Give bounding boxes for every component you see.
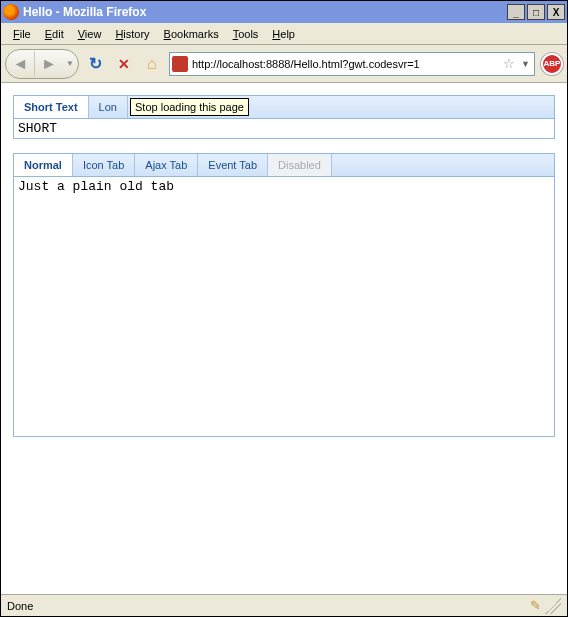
window-title: Hello - Mozilla Firefox <box>23 5 507 19</box>
tabset-2: Normal Icon Tab Ajax Tab Event Tab Disab… <box>13 153 555 177</box>
tab-event[interactable]: Event Tab <box>198 154 268 176</box>
statusbar: Done ✎ <box>1 594 567 616</box>
close-button[interactable]: X <box>547 4 565 20</box>
page-content: Short Text Lon SHORT Normal Icon Tab Aja… <box>1 83 567 593</box>
toolbar: ◄ ► ▼ ↻ ✕ ⌂ http://localhost:8888/Hello.… <box>1 45 567 83</box>
menu-edit[interactable]: Edit <box>39 26 70 42</box>
menu-file[interactable]: File <box>7 26 37 42</box>
tab-icon[interactable]: Icon Tab <box>73 154 135 176</box>
minimize-button[interactable]: _ <box>507 4 525 20</box>
back-button[interactable]: ◄ <box>7 51 35 77</box>
menubar: File Edit View History Bookmarks Tools H… <box>1 23 567 45</box>
stop-button[interactable]: ✕ <box>113 53 135 75</box>
home-button[interactable]: ⌂ <box>141 53 163 75</box>
menu-history[interactable]: History <box>109 26 155 42</box>
reload-button[interactable]: ↻ <box>85 53 107 75</box>
menu-tools[interactable]: Tools <box>227 26 265 42</box>
bookmark-star-icon[interactable]: ☆ <box>503 56 515 71</box>
tab-ajax[interactable]: Ajax Tab <box>135 154 198 176</box>
tab-normal[interactable]: Normal <box>14 154 73 176</box>
tab-short-text[interactable]: Short Text <box>14 96 89 118</box>
url-dropdown-icon[interactable]: ▼ <box>519 59 532 69</box>
status-text: Done <box>7 600 33 612</box>
maximize-button[interactable]: □ <box>527 4 545 20</box>
firefox-icon <box>3 4 19 20</box>
url-text[interactable]: http://localhost:8888/Hello.html?gwt.cod… <box>192 58 499 70</box>
forward-button[interactable]: ► <box>35 51 63 77</box>
menu-view[interactable]: View <box>72 26 108 42</box>
stop-tooltip: Stop loading this page <box>130 98 249 116</box>
menu-bookmarks[interactable]: Bookmarks <box>158 26 225 42</box>
window-titlebar: Hello - Mozilla Firefox _ □ X <box>1 1 567 23</box>
tab-disabled: Disabled <box>268 154 332 176</box>
resize-grip[interactable] <box>545 598 561 614</box>
firebug-icon[interactable]: ✎ <box>530 598 541 613</box>
site-favicon <box>172 56 188 72</box>
tabset-1-panel: SHORT <box>13 119 555 139</box>
tabset-2-panel: Just a plain old tab <box>13 177 555 437</box>
nav-buttons: ◄ ► ▼ <box>5 49 79 79</box>
tab-long-text[interactable]: Lon <box>89 96 128 118</box>
url-bar[interactable]: http://localhost:8888/Hello.html?gwt.cod… <box>169 52 535 76</box>
tabset-1: Short Text Lon <box>13 95 555 119</box>
adblock-icon[interactable]: ABP <box>541 53 563 75</box>
nav-history-dropdown[interactable]: ▼ <box>63 59 77 68</box>
menu-help[interactable]: Help <box>266 26 301 42</box>
